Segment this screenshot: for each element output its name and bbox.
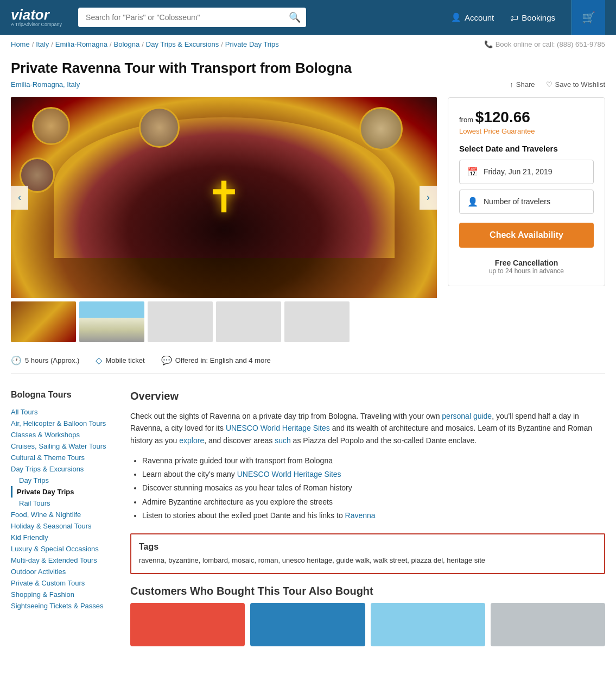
breadcrumb-emilia[interactable]: Emilia-Romagna <box>55 40 107 48</box>
breadcrumb-daytrips[interactable]: Day Trips & Excursions <box>146 40 219 48</box>
clock-icon: 🕐 <box>11 355 22 366</box>
cancellation-title: Free Cancellation <box>459 259 594 267</box>
phone-icon: 📞 <box>484 40 493 48</box>
cross-symbol: ✝ <box>206 172 242 223</box>
breadcrumb-home[interactable]: Home <box>11 40 30 48</box>
breadcrumb: Home / Italy / Emilia-Romagna / Bologna … <box>0 35 616 54</box>
cart-button[interactable]: 🛒 <box>571 0 605 35</box>
price-from-label: from $120.66 <box>459 109 594 126</box>
share-label: Share <box>516 80 535 89</box>
breadcrumb-italy[interactable]: Italy <box>36 40 49 48</box>
location-text: Emilia-Romagna, Italy <box>11 80 80 89</box>
overview-link-unesco[interactable]: UNESCO World Heritage Sites <box>226 424 330 432</box>
customer-card-2[interactable] <box>250 603 365 646</box>
heart-icon: ♡ <box>546 80 553 89</box>
sidebar-item-daytrips-excursions[interactable]: Day Trips & Excursions <box>11 463 119 475</box>
booking-panel: from $120.66 Lowest Price Guarantee Sele… <box>448 97 605 342</box>
sidebar: Bologna Tours All Tours Air, Helicopter … <box>11 390 119 647</box>
travelers-input[interactable]: 👤 Number of travelers <box>459 190 594 214</box>
phone-text: Book online or call: (888) 651-9785 <box>496 40 605 48</box>
wishlist-button[interactable]: ♡ Save to Wishlist <box>546 80 605 89</box>
search-bar[interactable]: 🔍 <box>78 8 306 27</box>
thumbnail-2[interactable] <box>79 301 144 342</box>
cart-icon: 🛒 <box>582 11 595 24</box>
sidebar-item-private-custom[interactable]: Private & Custom Tours <box>11 577 119 589</box>
breadcrumb-bologna[interactable]: Bologna <box>114 40 140 48</box>
main-image: ✝ ‹ › <box>11 97 437 298</box>
sidebar-item-all-tours[interactable]: All Tours <box>11 406 119 418</box>
sidebar-item-outdoor[interactable]: Outdoor Activities <box>11 566 119 577</box>
customer-card-1[interactable] <box>130 603 245 646</box>
travelers-placeholder: Number of travelers <box>484 197 550 206</box>
customers-section-title: Customers Who Bought This Tour Also Boug… <box>130 585 605 597</box>
sidebar-item-luxury[interactable]: Luxury & Special Occasions <box>11 543 119 555</box>
bullet-3: Discover stunning mosaics as you hear ta… <box>142 481 605 495</box>
sidebar-item-classes[interactable]: Classes & Workshops <box>11 429 119 440</box>
bullet-4: Admire Byzantine architecture as you exp… <box>142 495 605 509</box>
sidebar-item-cultural[interactable]: Cultural & Theme Tours <box>11 452 119 463</box>
sidebar-item-shopping[interactable]: Shopping & Fashion <box>11 589 119 600</box>
customers-row <box>130 603 605 646</box>
sidebar-item-sightseeing[interactable]: Sightseeing Tickets & Passes <box>11 600 119 612</box>
tags-box: Tags ravenna, byzantine, lombard, mosaic… <box>130 533 605 575</box>
share-button[interactable]: ↑ Share <box>510 80 535 89</box>
logo[interactable]: viator A TripAdvisor Company <box>11 8 62 27</box>
search-input[interactable] <box>78 8 306 27</box>
bullet-list: Ravenna private guided tour with transpo… <box>130 454 605 522</box>
phone-info: 📞 Book online or call: (888) 651-9785 <box>484 40 605 48</box>
sidebar-item-food[interactable]: Food, Wine & Nightlife <box>11 509 119 520</box>
breadcrumb-private[interactable]: Private Day Trips <box>225 40 279 48</box>
image-col: ✝ ‹ › <box>11 97 437 342</box>
thumbnail-5[interactable] <box>284 301 350 342</box>
duration-info: 🕐 5 hours (Approx.) <box>11 355 79 366</box>
customer-card-3[interactable] <box>371 603 485 646</box>
overview-link-personal[interactable]: personal guide <box>442 412 492 420</box>
prev-image-button[interactable]: ‹ <box>11 186 28 210</box>
sidebar-item-private-day-trips[interactable]: Private Day Trips <box>11 486 119 498</box>
logo-sub: A TripAdvisor Company <box>11 22 62 27</box>
sidebar-title: Bologna Tours <box>11 390 119 400</box>
bullet-2-link[interactable]: UNESCO World Heritage Sites <box>237 470 341 478</box>
bullet-5-link[interactable]: Ravenna <box>345 511 376 520</box>
bullet-5: Listen to stories about the exiled poet … <box>142 509 605 522</box>
ticket-info: ◇ Mobile ticket <box>96 355 144 366</box>
duration-text: 5 hours (Approx.) <box>25 356 79 364</box>
sidebar-item-kid[interactable]: Kid Friendly <box>11 532 119 543</box>
language-text: Offered in: English and 4 more <box>175 356 271 364</box>
thumbnail-1[interactable] <box>11 301 76 342</box>
sidebar-item-holiday[interactable]: Holiday & Seasonal Tours <box>11 520 119 532</box>
bookings-button[interactable]: 🏷 Bookings <box>510 13 555 22</box>
date-picker[interactable]: 📅 Friday, Jun 21, 2019 <box>459 160 594 184</box>
next-image-button[interactable]: › <box>420 186 437 210</box>
sidebar-item-rail-tours[interactable]: Rail Tours <box>11 498 119 509</box>
title-area: Private Ravenna Tour with Transport from… <box>0 54 616 92</box>
sidebar-item-multiday[interactable]: Multi-day & Extended Tours <box>11 555 119 566</box>
action-btns: ↑ Share ♡ Save to Wishlist <box>510 80 605 89</box>
lower-section: Bologna Tours All Tours Air, Helicopter … <box>0 385 616 658</box>
bookings-label: Bookings <box>522 13 555 22</box>
bullet-2: Learn about the city's many UNESCO World… <box>142 468 605 481</box>
overview-link-such[interactable]: such <box>275 436 291 445</box>
calendar-icon: 📅 <box>467 167 478 177</box>
overview-link-explore[interactable]: explore <box>179 436 204 445</box>
thumbnails <box>11 301 437 342</box>
cancellation-sub: up to 24 hours in advance <box>459 267 594 275</box>
customer-card-4[interactable] <box>491 603 605 646</box>
account-label: Account <box>465 13 494 22</box>
price-value: $120.66 <box>475 109 530 125</box>
share-icon: ↑ <box>510 80 513 89</box>
price-guarantee: Lowest Price Guarantee <box>459 127 594 135</box>
description-area: Overview Check out the sights of Ravenna… <box>130 390 605 647</box>
sidebar-item-cruises[interactable]: Cruises, Sailing & Water Tours <box>11 440 119 452</box>
thumbnail-4[interactable] <box>216 301 281 342</box>
check-availability-button[interactable]: Check Availability <box>459 223 594 248</box>
page-title: Private Ravenna Tour with Transport from… <box>11 59 605 78</box>
search-icon: 🔍 <box>289 11 301 23</box>
date-value: Friday, Jun 21, 2019 <box>484 167 553 176</box>
account-button[interactable]: 👤 Account <box>451 12 494 22</box>
bookings-icon: 🏷 <box>510 13 518 22</box>
ticket-text: Mobile ticket <box>105 356 144 364</box>
thumbnail-3[interactable] <box>148 301 213 342</box>
sidebar-item-air[interactable]: Air, Helicopter & Balloon Tours <box>11 418 119 429</box>
sidebar-item-day-trips[interactable]: Day Trips <box>11 475 119 486</box>
